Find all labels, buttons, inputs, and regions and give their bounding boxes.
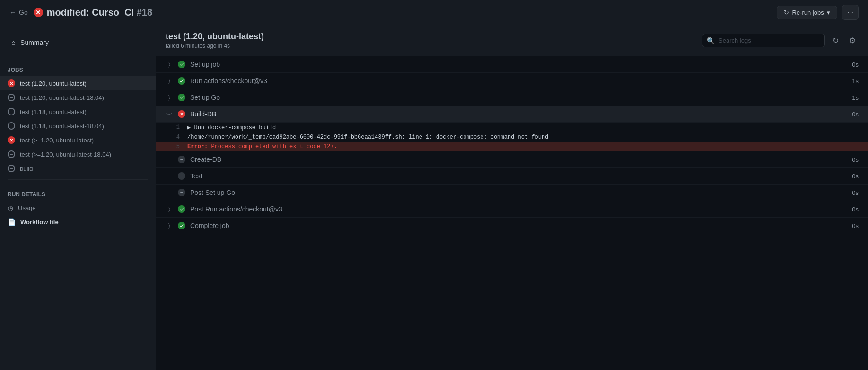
log-line-4: 4 /home/runner/work/_temp/ead92abe-6600-… bbox=[156, 132, 868, 142]
build-db-name: Build-DB bbox=[190, 110, 216, 118]
setup-job-time: 0s bbox=[852, 61, 859, 68]
step-build-db-left: 〉 ✕ Build-DB bbox=[166, 110, 216, 118]
search-logs-input[interactable] bbox=[702, 34, 825, 47]
step-setup-go-left: 〉 Set up Go bbox=[166, 94, 220, 101]
post-setup-go-time: 0s bbox=[852, 189, 859, 196]
step-post-setup-go-left: 〉 Post Set up Go bbox=[166, 189, 235, 196]
job5-label: test (>=1.20, ubuntu-latest) bbox=[20, 137, 94, 144]
job4-status-icon bbox=[8, 122, 15, 130]
title-text: modified: Curso_CI #18 bbox=[47, 7, 152, 18]
back-link[interactable]: ← Go bbox=[9, 9, 28, 16]
checkout-success-icon bbox=[178, 77, 185, 85]
job6-status-icon bbox=[8, 150, 15, 158]
step-setup-job-left: 〉 Set up job bbox=[166, 61, 220, 68]
log-line-5-content: Error: Process completed with exit code … bbox=[187, 143, 337, 150]
step-complete-job[interactable]: 〉 Complete job 0s bbox=[156, 218, 868, 234]
content-panel: test (1.20, ubuntu-latest) failed 6 minu… bbox=[156, 25, 868, 370]
job5-error-icon: ✕ bbox=[8, 136, 15, 144]
back-label: Go bbox=[19, 9, 28, 16]
post-setup-go-name: Post Set up Go bbox=[190, 189, 235, 196]
job-meta: failed 6 minutes ago in 4s bbox=[166, 43, 264, 49]
step-post-checkout[interactable]: 〉 Post Run actions/checkout@v3 0s bbox=[156, 201, 868, 218]
build-db-chevron-icon: 〉 bbox=[166, 110, 173, 118]
post-checkout-time: 0s bbox=[852, 206, 859, 213]
log-line-4-num: 4 bbox=[166, 134, 180, 141]
job4-label: test (1.18, ubuntu-latest-18.04) bbox=[20, 123, 104, 130]
job2-label: test (1.20, ubuntu-latest-18.04) bbox=[20, 94, 104, 101]
rerun-label: Re-run jobs bbox=[792, 9, 824, 16]
build-db-time: 0s bbox=[852, 111, 859, 118]
job3-label: test (1.18, ubuntu-latest) bbox=[20, 108, 87, 115]
sidebar-item-job5[interactable]: ✕ test (>=1.20, ubuntu-latest) bbox=[0, 133, 156, 147]
rerun-chevron-icon: ▾ bbox=[827, 9, 830, 16]
step-post-setup-go[interactable]: 〉 Post Set up Go 0s bbox=[156, 185, 868, 201]
step-checkout[interactable]: 〉 Run actions/checkout@v3 1s bbox=[156, 73, 868, 89]
refresh-button[interactable]: ↻ bbox=[830, 33, 842, 48]
step-test[interactable]: 〉 Test 0s bbox=[156, 168, 868, 185]
step-create-db[interactable]: 〉 Create-DB 0s bbox=[156, 151, 868, 168]
log-line-1-content: ▶ Run docker-compose build bbox=[187, 124, 276, 131]
complete-job-chevron-icon: 〉 bbox=[166, 222, 173, 229]
main-layout: ⌂ Summary Jobs ✕ test (1.20, ubuntu-late… bbox=[0, 25, 868, 370]
step-build-db[interactable]: 〉 ✕ Build-DB 0s bbox=[156, 106, 868, 123]
header-right: ↻ Re-run jobs ▾ ··· bbox=[777, 5, 859, 20]
workflow-label: Workflow file bbox=[20, 219, 59, 226]
search-logs-wrapper: 🔍 bbox=[702, 34, 825, 47]
sidebar-item-job4[interactable]: test (1.18, ubuntu-latest-18.04) bbox=[0, 119, 156, 133]
refresh-icon: ↻ bbox=[833, 36, 839, 45]
complete-job-success-icon bbox=[178, 222, 185, 229]
gear-icon: ⚙ bbox=[849, 36, 856, 45]
build-db-logs: 1 ▶ Run docker-compose build 4 /home/run… bbox=[156, 123, 868, 151]
rerun-icon: ↻ bbox=[784, 9, 789, 16]
jobs-section: Jobs ✕ test (1.20, ubuntu-latest) test (… bbox=[0, 63, 156, 176]
rerun-button[interactable]: ↻ Re-run jobs ▾ bbox=[777, 6, 837, 19]
summary-label: Summary bbox=[20, 39, 49, 46]
step-setup-job[interactable]: 〉 Set up job 0s bbox=[156, 56, 868, 73]
log-line-4-content: /home/runner/work/_temp/ead92abe-6600-42… bbox=[187, 134, 548, 141]
page-title: ✕ modified: Curso_CI #18 bbox=[34, 7, 152, 18]
create-db-skipped-icon bbox=[178, 156, 185, 163]
sidebar-divider-1 bbox=[8, 59, 148, 59]
build-db-error-icon: ✕ bbox=[178, 110, 185, 118]
more-button[interactable]: ··· bbox=[842, 5, 859, 20]
job3-status-icon bbox=[8, 108, 15, 115]
sidebar-item-job1[interactable]: ✕ test (1.20, ubuntu-latest) bbox=[0, 76, 156, 90]
sidebar-item-usage[interactable]: ◷ Usage bbox=[0, 201, 156, 215]
job-header-right: 🔍 ↻ ⚙ bbox=[702, 33, 859, 48]
sidebar-item-workflow[interactable]: 📄 Workflow file bbox=[0, 215, 156, 229]
home-icon: ⌂ bbox=[11, 38, 16, 46]
log-content: 〉 Set up job 0s 〉 Run actions/checkout@v… bbox=[156, 56, 868, 370]
step-build-db-container: 〉 ✕ Build-DB 0s 1 ▶ Run docker-compose b… bbox=[156, 106, 868, 151]
usage-label: Usage bbox=[18, 204, 36, 211]
setup-go-chevron-icon: 〉 bbox=[166, 94, 173, 101]
sidebar-divider-2 bbox=[8, 179, 148, 180]
sidebar-item-job6[interactable]: test (>=1.20, ubuntu-latest-18.04) bbox=[0, 147, 156, 161]
sidebar-item-job7[interactable]: build bbox=[0, 161, 156, 176]
job1-label: test (1.20, ubuntu-latest) bbox=[20, 80, 87, 87]
post-checkout-success-icon bbox=[178, 205, 185, 213]
sidebar-item-job2[interactable]: test (1.20, ubuntu-latest-18.04) bbox=[0, 90, 156, 105]
create-db-name: Create-DB bbox=[190, 156, 221, 163]
create-db-time: 0s bbox=[852, 156, 859, 163]
setup-go-success-icon bbox=[178, 94, 185, 101]
checkout-name: Run actions/checkout@v3 bbox=[190, 77, 267, 85]
job6-label: test (>=1.20, ubuntu-latest-18.04) bbox=[20, 151, 111, 158]
sidebar-item-job3[interactable]: test (1.18, ubuntu-latest) bbox=[0, 105, 156, 119]
setup-go-time: 1s bbox=[852, 94, 859, 101]
post-setup-go-skipped-icon bbox=[178, 189, 185, 196]
step-setup-go[interactable]: 〉 Set up Go 1s bbox=[156, 89, 868, 106]
sidebar-summary-section: ⌂ Summary bbox=[0, 33, 156, 55]
test-name: Test bbox=[190, 172, 202, 180]
job1-error-icon: ✕ bbox=[8, 79, 15, 87]
workflow-icon: 📄 bbox=[8, 218, 16, 226]
step-post-checkout-left: 〉 Post Run actions/checkout@v3 bbox=[166, 205, 282, 213]
post-checkout-chevron-icon: 〉 bbox=[166, 205, 173, 213]
log-line-5: 5 Error: Process completed with exit cod… bbox=[156, 142, 868, 151]
job-header: test (1.20, ubuntu-latest) failed 6 minu… bbox=[156, 25, 868, 56]
checkout-chevron-icon: 〉 bbox=[166, 77, 173, 85]
run-details-label: Run details bbox=[0, 187, 156, 201]
job-header-left: test (1.20, ubuntu-latest) failed 6 minu… bbox=[166, 32, 264, 49]
settings-button[interactable]: ⚙ bbox=[846, 33, 859, 48]
sidebar-item-summary[interactable]: ⌂ Summary bbox=[8, 35, 148, 49]
usage-icon: ◷ bbox=[8, 204, 13, 211]
